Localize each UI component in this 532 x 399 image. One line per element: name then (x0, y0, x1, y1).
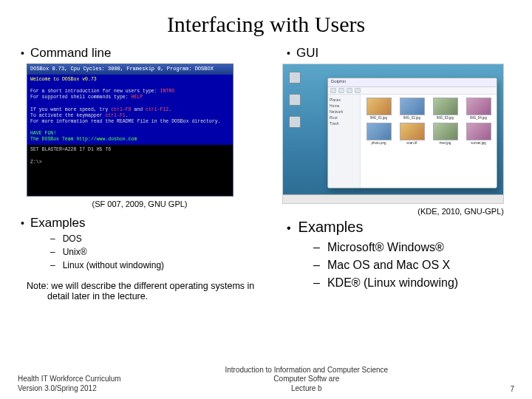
file-thumb: sunset.jpg (463, 123, 494, 145)
thumb-label: photo.png (371, 141, 386, 145)
thumb-label: IMG_03.jpg (437, 116, 454, 120)
dos-kmk: ctrl-F1 (105, 113, 125, 118)
bullet-icon: • (21, 218, 24, 228)
footer-center: Introduction to Information and Computer… (121, 366, 492, 394)
file-thumb: IMG_02.jpg (397, 98, 427, 120)
left-heading: Command line (30, 46, 112, 61)
file-thumb: photo.png (364, 123, 394, 145)
footer-text: Computer Softw are (121, 375, 492, 384)
list-item: Linux (without windowing) (50, 259, 259, 272)
desktop-icon (287, 94, 302, 106)
right-caption: (KDE, 2010, GNU-GPL) (273, 207, 511, 216)
dos-s1: If you want more speed, try (30, 107, 111, 112)
right-column: • GUI Dolphin (273, 46, 511, 301)
left-note: Note: we will describe the different ope… (21, 281, 259, 301)
toolbar-button (347, 88, 352, 93)
list-item: Mac OS and Mac OS X (313, 256, 511, 274)
kde-taskbar (283, 194, 503, 203)
slide-title: Interfacing with Users (21, 12, 511, 37)
bullet-icon: • (287, 222, 291, 235)
left-examples-heading: Examples (30, 216, 86, 231)
dos-k1: ctrl-F8 (111, 107, 131, 112)
slide-footer: Health IT Workforce Curriculum Version 3… (0, 366, 532, 394)
window-titlebar: Dolphin (328, 78, 497, 87)
dosbox-titlebar: DOSBox 0.73, Cpu Cycles: 3000, Frameskip… (27, 64, 233, 75)
file-thumb: river.jpg (430, 123, 460, 145)
dos-l2: For supported shell commands type: (30, 95, 132, 100)
left-examples-list: DOS Unix® Linux (without windowing) (21, 232, 259, 272)
thumb-label: IMG_02.jpg (403, 116, 420, 120)
footer-text: Version 3.0/Spring 2012 (18, 384, 121, 394)
note-text: Note: we will describe the different ope… (27, 281, 259, 301)
dosbox-black-area: SET BLASTER=A220 I7 D1 H5 T6 Z:\> (27, 145, 233, 167)
desktop-icon (287, 116, 302, 129)
dos-k2: ctrl-F12 (146, 107, 168, 112)
footer-text: Introduction to Information and Computer… (121, 366, 492, 375)
file-thumb: IMG_04.jpg (463, 98, 494, 120)
sidebar-item: Home (330, 103, 358, 109)
dos-l1: For a short introduction for new users t… (30, 89, 160, 94)
dos-team: The DOSBox Team http://www.dosbox.com (30, 137, 137, 142)
right-examples-heading: Examples (299, 219, 364, 236)
list-item: Unix® (50, 245, 259, 259)
toolbar-button (355, 88, 361, 93)
file-thumb: scan.tif (397, 123, 427, 145)
desktop-icon (287, 72, 302, 84)
thumb-label: river.jpg (440, 141, 451, 145)
dos-km: To activate the keymapper (30, 113, 105, 118)
dos-s2: and (132, 107, 146, 112)
sidebar-item: Root (330, 115, 358, 120)
toolbar-button (338, 88, 344, 93)
file-thumb: IMG_01.jpg (364, 98, 394, 120)
bullet-icon: • (287, 48, 290, 58)
footer-text: Health IT Workforce Curriculum (18, 375, 121, 384)
thumb-label: scan.tif (406, 141, 417, 145)
window-sidebar: Places Home Network Root Trash (328, 95, 361, 188)
file-manager-window: Dolphin Places Home Network Root (327, 78, 497, 188)
dosbox-blue-area: Welcome to DOSBox v0.73 For a short intr… (27, 75, 233, 145)
thumb-label: IMG_04.jpg (470, 116, 487, 120)
bullet-icon: • (21, 48, 24, 58)
page-number: 7 (492, 385, 514, 393)
file-thumb: IMG_03.jpg (430, 98, 460, 120)
footer-left: Health IT Workforce Curriculum Version 3… (18, 375, 121, 393)
right-heading: GUI (296, 46, 318, 61)
list-item: Microsoft® Windows® (313, 239, 511, 256)
thumb-label: sunset.jpg (471, 141, 486, 145)
dos-intro: INTRO (160, 89, 175, 94)
right-examples-list: Microsoft® Windows® Mac OS and Mac OS X … (273, 239, 511, 292)
left-column: • Command line DOSBox 0.73, Cpu Cycles: … (21, 46, 259, 301)
sidebar-item: Places (330, 97, 358, 103)
dos-help: HELP (132, 95, 143, 100)
left-caption: (SF 007, 2009, GNU GPL) (21, 200, 259, 208)
dos-prompt: Z:\> (30, 160, 42, 165)
footer-text: Lecture b (121, 384, 492, 394)
dos-readme: For more information read the README fil… (30, 119, 220, 124)
dos-fun: HAVE FUN! (30, 131, 56, 136)
window-toolbar (328, 87, 497, 95)
sidebar-item: Network (330, 109, 358, 115)
toolbar-button (330, 88, 336, 93)
dos-b1: SET BLASTER=A220 I7 D1 H5 T6 (30, 147, 111, 152)
sidebar-item: Trash (330, 120, 358, 126)
dosbox-screenshot: DOSBox 0.73, Cpu Cycles: 3000, Frameskip… (27, 64, 233, 197)
thumb-label: IMG_01.jpg (370, 116, 387, 120)
list-item: DOS (50, 232, 259, 245)
dos-welcome: Welcome to DOSBox v0.73 (30, 77, 97, 82)
kde-screenshot: Dolphin Places Home Network Root (282, 64, 504, 204)
list-item: KDE® (Linux windowing) (313, 274, 511, 292)
window-content: IMG_01.jpg IMG_02.jpg IMG_03.jpg IMG_04.… (361, 95, 497, 188)
